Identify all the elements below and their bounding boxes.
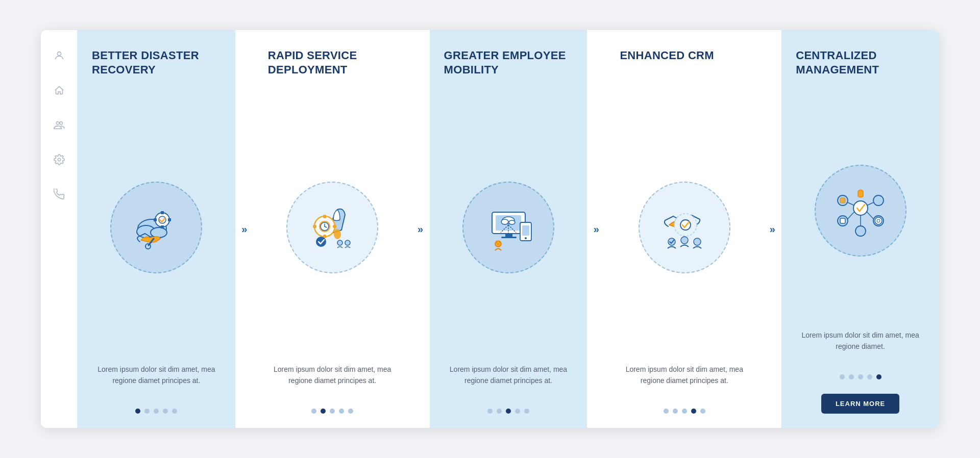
dot[interactable] xyxy=(330,409,335,414)
svg-point-54 xyxy=(855,226,866,236)
svg-point-15 xyxy=(334,229,341,239)
dot[interactable] xyxy=(144,409,150,414)
card3-illustration xyxy=(478,197,539,258)
card1-dots xyxy=(92,409,221,414)
card2-dots xyxy=(268,409,397,414)
svg-point-33 xyxy=(501,219,508,224)
svg-point-14 xyxy=(145,244,151,249)
sidebar-icon-phone[interactable] xyxy=(50,185,68,203)
card1-icon-area xyxy=(92,101,221,353)
dot[interactable] xyxy=(867,374,872,379)
svg-point-26 xyxy=(337,240,342,245)
dot[interactable] xyxy=(664,409,669,414)
dot[interactable] xyxy=(700,409,705,414)
svg-rect-20 xyxy=(313,225,316,228)
card3-desc: Lorem ipsum dolor sit dim amet, mea regi… xyxy=(444,364,573,400)
dot[interactable] xyxy=(849,374,854,379)
svg-point-3 xyxy=(58,158,61,161)
dot[interactable] xyxy=(840,374,845,379)
dot[interactable] xyxy=(487,409,493,414)
dot[interactable] xyxy=(515,409,520,414)
card3-dots xyxy=(444,409,573,414)
dot[interactable] xyxy=(163,409,168,414)
card2-icon-area xyxy=(268,101,397,353)
sidebar-icon-home[interactable] xyxy=(50,81,68,99)
card1-illustration xyxy=(126,197,187,258)
card2-title: RAPID SERVICE DEPLOYMENT xyxy=(268,48,397,89)
sidebar-icon-user[interactable] xyxy=(50,46,68,65)
dot[interactable] xyxy=(154,409,159,414)
card5-title: CENTRALIZED MANAGEMENT xyxy=(796,48,925,89)
card1-desc: Lorem ipsum dolor sit dim amet, mea regi… xyxy=(92,364,221,400)
dot[interactable] xyxy=(682,409,687,414)
card3-icon-area xyxy=(444,101,573,353)
dot-active[interactable] xyxy=(876,374,881,379)
card4-illustration xyxy=(654,197,715,258)
dot[interactable] xyxy=(311,409,316,414)
dot[interactable] xyxy=(497,409,502,414)
dot[interactable] xyxy=(858,374,863,379)
svg-point-40 xyxy=(525,237,527,239)
sidebar-icon-people[interactable] xyxy=(50,116,68,134)
card3-dashed-circle xyxy=(462,182,554,273)
svg-point-1 xyxy=(56,122,59,125)
card3-title: GREATER EMPLOYEE MOBILITY xyxy=(444,48,573,89)
svg-rect-62 xyxy=(840,198,845,203)
chevron-3: » xyxy=(587,30,605,428)
svg-rect-18 xyxy=(323,215,326,218)
card4-icon-area xyxy=(620,101,749,353)
svg-rect-63 xyxy=(840,218,845,223)
svg-line-55 xyxy=(848,202,854,206)
chevron-4: » xyxy=(763,30,781,428)
dot[interactable] xyxy=(348,409,353,414)
cards-container: BETTER DISASTER RECOVERY xyxy=(78,30,939,428)
card4-dots xyxy=(620,409,749,414)
svg-rect-10 xyxy=(161,225,164,228)
card1-dashed-circle xyxy=(110,182,202,273)
dot[interactable] xyxy=(673,409,678,414)
card-centralized-management: CENTRALIZED MANAGEMENT xyxy=(781,30,939,428)
svg-point-49 xyxy=(853,201,868,215)
svg-rect-9 xyxy=(161,211,164,214)
main-container: BETTER DISASTER RECOVERY xyxy=(41,30,939,428)
learn-more-button[interactable]: LEARN MORE xyxy=(821,394,899,414)
card5-illustration xyxy=(830,180,891,241)
svg-point-34 xyxy=(509,220,515,224)
card5-dots xyxy=(796,374,925,379)
card-enhanced-crm: ENHANCED CRM xyxy=(605,30,763,428)
sidebar xyxy=(41,30,78,428)
svg-rect-39 xyxy=(522,225,529,236)
svg-line-56 xyxy=(867,202,873,206)
svg-point-47 xyxy=(694,238,701,245)
dot-active[interactable] xyxy=(691,409,696,414)
card4-dashed-circle xyxy=(639,182,730,273)
svg-point-6 xyxy=(151,227,167,238)
dot-active[interactable] xyxy=(506,409,511,414)
card4-title: ENHANCED CRM xyxy=(620,48,749,89)
dot[interactable] xyxy=(172,409,177,414)
card2-dashed-circle xyxy=(286,182,378,273)
card4-desc: Lorem ipsum dolor sit dim amet, mea regi… xyxy=(620,364,749,400)
svg-rect-21 xyxy=(333,225,336,228)
card-service-deployment: RAPID SERVICE DEPLOYMENT xyxy=(254,30,411,428)
card5-icon-area xyxy=(796,101,925,319)
svg-rect-30 xyxy=(505,234,512,237)
svg-rect-12 xyxy=(168,218,171,221)
card5-dashed-circle xyxy=(815,165,906,257)
card1-title: BETTER DISASTER RECOVERY xyxy=(92,48,221,89)
svg-rect-31 xyxy=(501,237,517,238)
svg-line-57 xyxy=(848,212,854,219)
svg-point-61 xyxy=(877,219,880,222)
svg-point-25 xyxy=(316,237,326,247)
dot[interactable] xyxy=(339,409,344,414)
svg-point-27 xyxy=(345,240,350,245)
dot-active[interactable] xyxy=(135,409,140,414)
chevron-2: » xyxy=(411,30,430,428)
card-employee-mobility: GREATER EMPLOYEE MOBILITY xyxy=(430,30,587,428)
sidebar-icon-gear[interactable] xyxy=(50,150,68,169)
card2-illustration xyxy=(302,197,363,258)
svg-point-46 xyxy=(681,237,688,244)
dot-active[interactable] xyxy=(321,409,326,414)
dot[interactable] xyxy=(524,409,529,414)
svg-point-51 xyxy=(873,195,884,206)
